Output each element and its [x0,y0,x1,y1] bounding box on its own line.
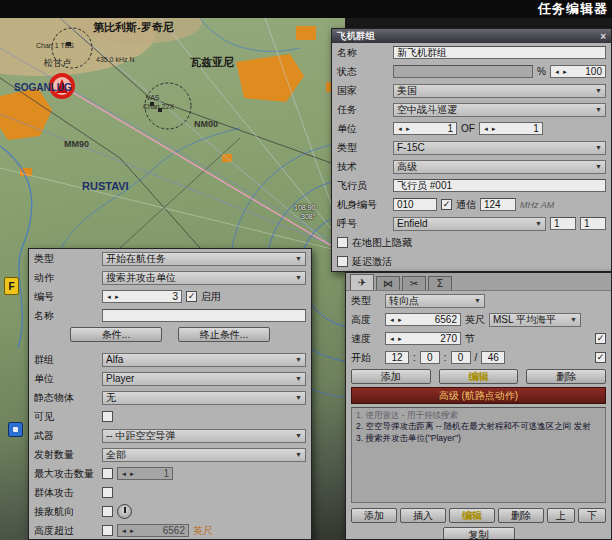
task-name-input[interactable] [102,309,306,322]
start-minute-field[interactable]: 0 [420,351,440,364]
task-label: 任务 [337,103,389,117]
visible-checkbox[interactable] [102,411,113,422]
tab-summary[interactable]: Σ [428,276,452,290]
eta-lock-checkbox[interactable]: ✓ [595,352,606,363]
speed-lock-checkbox[interactable]: ✓ [595,333,606,344]
skill-select[interactable]: 高级 ▼ [393,160,606,174]
time-slash: / [475,352,478,363]
altitude-value: 6562 [405,314,457,325]
stepper-left-icon[interactable]: ◄ [483,126,489,132]
altitude-unit-label: 英尺 [465,313,485,327]
action-insert-button[interactable]: 插入 [400,508,446,523]
group-select[interactable]: Alfa ▼ [102,353,306,367]
group-name-input[interactable]: 新飞机群组 [393,46,606,59]
stepper-right-icon[interactable]: ► [562,69,568,75]
condition-button[interactable]: 条件... [70,327,162,342]
action-edit-button[interactable]: 编辑 [449,508,495,523]
action-up-button[interactable]: 上 [547,508,575,523]
map-marker-farp[interactable]: F [4,277,19,295]
chevron-down-icon: ▼ [295,394,302,401]
tab-route[interactable]: ✈ [350,274,374,290]
stepper-right-icon[interactable]: ► [129,471,135,477]
stepper-right-icon[interactable]: ► [491,126,497,132]
callsign-label: 呼号 [337,217,389,231]
pilot-name-input[interactable]: 飞行员 #001 [393,179,606,192]
type-label: 类型 [337,141,389,155]
static-object-select[interactable]: 无 ▼ [102,391,306,405]
list-item[interactable]: 2. 空空导弹攻击距离 -- 随机在最大射程和不可逃逸区之间 发射 [356,421,601,432]
stepper-left-icon[interactable]: ◄ [554,69,560,75]
stepper-left-icon[interactable]: ◄ [106,294,112,300]
weapon-select[interactable]: -- 中距空空导弹 ▼ [102,429,306,443]
waypoint-edit-button[interactable]: 编辑 [439,369,519,384]
country-select[interactable]: 美国 ▼ [393,84,606,98]
hidden-on-map-checkbox[interactable] [337,237,348,248]
max-attack-stepper[interactable]: ◄ ► 1 [117,467,173,480]
task-value: 空中战斗巡逻 [397,103,595,117]
chevron-down-icon: ▼ [295,451,302,458]
waypoint-actions-list[interactable]: 1. 使用雷达 - 用于持续搜索 2. 空空导弹攻击距离 -- 随机在最大射程和… [351,407,606,503]
aircraft-type-select[interactable]: F-15C ▼ [393,141,606,155]
callsign-select[interactable]: Enfield ▼ [393,217,546,231]
group-attack-checkbox[interactable] [102,487,113,498]
speed-stepper[interactable]: ◄ ► 270 [385,332,461,345]
stepper-right-icon[interactable]: ► [397,317,403,323]
start-second-field[interactable]: 0 [451,351,471,364]
advanced-waypoint-actions-button[interactable]: 高级 (航路点动作) [351,387,606,404]
altitude-above-value: 6562 [137,525,185,536]
waypoint-delete-button[interactable]: 删除 [526,369,606,384]
unit-count-stepper[interactable]: ◄ ► 1 [393,122,457,135]
copy-button[interactable]: 复制 [443,527,515,540]
action-down-button[interactable]: 下 [578,508,606,523]
stepper-right-icon[interactable]: ► [405,126,411,132]
waypoint-add-button[interactable]: 添加 [351,369,431,384]
tab-payload[interactable]: ✂ [402,276,426,290]
stepper-right-icon[interactable]: ► [397,336,403,342]
task-number-stepper[interactable]: ◄ ► 3 [102,290,182,303]
action-add-button[interactable]: 添加 [351,508,397,523]
waypoint-type-select[interactable]: 转向点 ▼ [385,294,485,308]
list-item[interactable]: 3. 搜索并攻击单位("Player") [356,433,601,444]
stepper-left-icon[interactable]: ◄ [121,528,127,534]
stepper-left-icon[interactable]: ◄ [389,336,395,342]
stepper-left-icon[interactable]: ◄ [121,471,127,477]
engage-heading-checkbox[interactable] [102,506,113,517]
engage-heading-row: 接敌航向 [29,502,311,521]
country-value: 美国 [397,84,595,98]
frequency-input[interactable]: 124 [480,198,516,211]
callsign-num2-input[interactable]: 1 [580,217,606,230]
map-navaid-chan22: Chan 22X [143,103,174,110]
stepper-right-icon[interactable]: ► [114,294,120,300]
task-type-select[interactable]: 开始在航任务 ▼ [102,252,306,266]
altitude-above-stepper[interactable]: ◄ ► 6562 [117,524,189,537]
launch-qty-select[interactable]: 全部 ▼ [102,448,306,462]
max-attack-checkbox[interactable] [102,468,113,479]
start-day-field[interactable]: 46 [481,351,505,364]
altitude-ref-select[interactable]: MSL 平均海平 ▼ [489,313,581,327]
tail-number-input[interactable]: 010 [393,198,437,211]
comm-checkbox[interactable]: ✓ [441,199,452,210]
callsign-num1-input[interactable]: 1 [550,217,576,230]
altitude-above-checkbox[interactable] [102,525,113,536]
action-delete-button[interactable]: 删除 [498,508,544,523]
unit-total-stepper[interactable]: ◄ ► 1 [479,122,543,135]
heading-dial[interactable] [117,504,132,519]
start-hour-field[interactable]: 12 [385,351,409,364]
map-marker-blue-unit[interactable] [8,422,23,437]
stepper-right-icon[interactable]: ► [129,528,135,534]
list-item[interactable]: 1. 使用雷达 - 用于持续搜索 [356,410,601,421]
task-action-select[interactable]: 搜索并攻击单位 ▼ [102,271,306,285]
target-unit-select[interactable]: Player ▼ [102,372,306,386]
altitude-stepper[interactable]: ◄ ► 6562 [385,313,461,326]
tab-formation[interactable]: ⋈ [376,276,400,290]
late-activation-checkbox[interactable] [337,256,348,267]
altitude-ref-value: MSL 平均海平 [493,313,570,327]
stepper-left-icon[interactable]: ◄ [389,317,395,323]
stepper-left-icon[interactable]: ◄ [397,126,403,132]
stop-condition-button[interactable]: 终止条件... [178,327,270,342]
close-icon[interactable]: × [600,31,606,42]
condition-stepper[interactable]: ◄ ► 100 [550,65,606,78]
enabled-checkbox[interactable]: ✓ [186,291,197,302]
task-select[interactable]: 空中战斗巡逻 ▼ [393,103,606,117]
aircraft-group-titlebar[interactable]: 飞机群组 × [332,29,611,43]
